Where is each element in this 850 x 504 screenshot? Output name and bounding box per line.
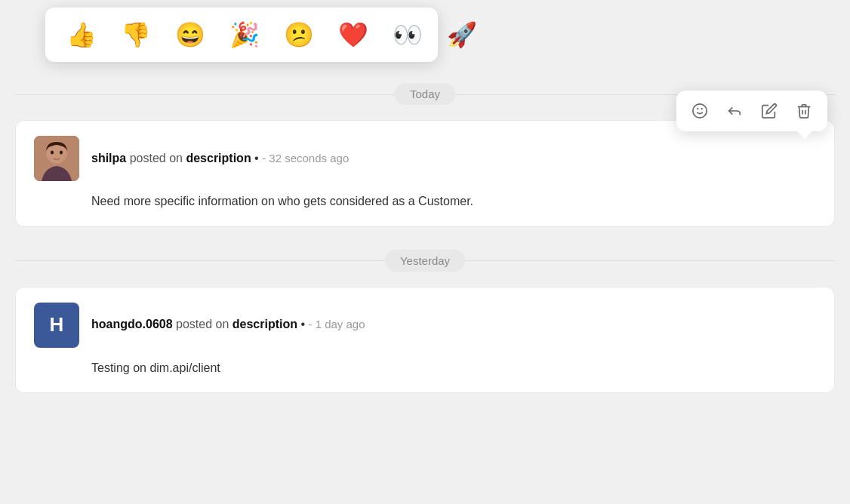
emoji-eyes[interactable]: 👀	[390, 20, 426, 50]
comment-header: H hoangdo.0608 posted on description • -…	[34, 303, 816, 348]
emoji-confused[interactable]: 😕	[281, 20, 317, 50]
yesterday-separator: Yesterday	[15, 250, 835, 272]
avatar: H	[34, 303, 79, 348]
emoji-grinning[interactable]: 😄	[172, 20, 208, 50]
comment-header: shilpa posted on description • - 32 seco…	[34, 136, 816, 181]
comment-username: hoangdo.0608	[91, 318, 173, 330]
comment-dot: •	[300, 318, 308, 330]
today-label: Today	[395, 83, 455, 105]
trash-icon	[796, 103, 812, 119]
comment-body: Testing on dim.api/client	[91, 358, 816, 378]
avatar-image	[34, 136, 79, 181]
comment-dot: •	[254, 152, 262, 164]
svg-point-5	[51, 151, 54, 155]
comment-card: H hoangdo.0608 posted on description • -…	[15, 287, 835, 394]
comment-field: description	[233, 318, 297, 330]
reply-button[interactable]	[723, 100, 746, 122]
comment-action: posted on	[176, 318, 233, 330]
svg-point-6	[60, 151, 63, 155]
emoji-rocket[interactable]: 🚀	[444, 20, 480, 50]
emoji-react-icon	[691, 103, 708, 119]
emoji-thumbs-down[interactable]: 👎	[118, 20, 154, 50]
comment-meta: hoangdo.0608 posted on description • - 1…	[91, 316, 365, 333]
react-button[interactable]	[688, 100, 711, 122]
comment-card: shilpa posted on description • - 32 seco…	[15, 120, 835, 227]
avatar	[34, 136, 79, 181]
edit-button[interactable]	[758, 100, 781, 122]
svg-point-0	[693, 104, 707, 118]
yesterday-label: Yesterday	[385, 250, 465, 272]
comment-body: Need more specific information on who ge…	[91, 192, 816, 211]
comment-field: description	[186, 152, 251, 164]
comment-meta: shilpa posted on description • - 32 seco…	[91, 150, 349, 167]
emoji-party[interactable]: 🎉	[226, 20, 263, 50]
edit-icon	[761, 103, 778, 119]
emoji-thumbs-up[interactable]: 👍	[63, 20, 100, 50]
emoji-heart[interactable]: ❤️	[335, 20, 371, 50]
comment-timestamp: - 1 day ago	[309, 318, 365, 330]
comment-action: posted on	[130, 152, 186, 164]
emoji-picker-popup: 👍 👎 😄 🎉 😕 ❤️ 👀 🚀	[45, 8, 438, 62]
comment-username: shilpa	[91, 152, 126, 164]
delete-button[interactable]	[793, 100, 815, 122]
reply-icon	[726, 103, 743, 119]
comment-timestamp: - 32 seconds ago	[262, 152, 349, 164]
avatar-letter-text: H	[50, 313, 64, 337]
action-popup	[676, 91, 827, 131]
